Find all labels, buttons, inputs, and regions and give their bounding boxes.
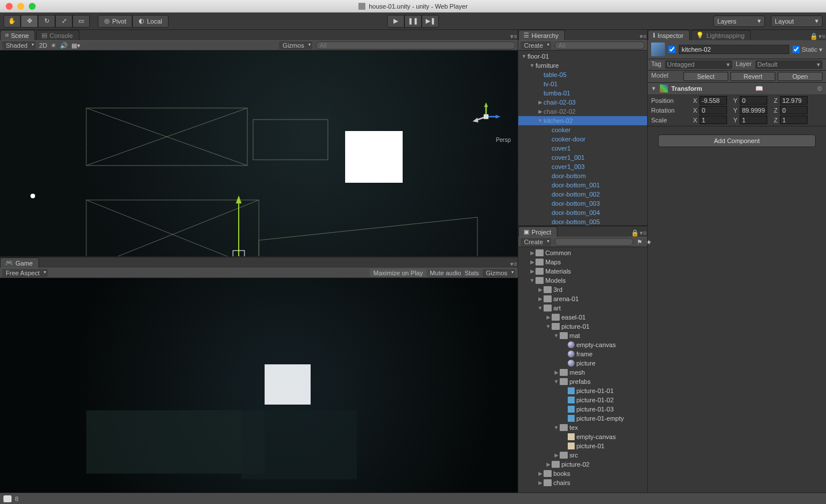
project-panel-menu[interactable]: ▾≡ [639, 229, 647, 237]
component-help-icon[interactable]: 📖 [755, 85, 763, 93]
rect-tool-button[interactable]: ▭ [72, 15, 90, 28]
add-component-button[interactable]: Add Component [658, 134, 816, 147]
audio-toggle-icon[interactable]: 🔊 [60, 42, 68, 49]
project-item[interactable]: frame [518, 349, 647, 359]
mute-audio-toggle[interactable]: Mute audio [430, 270, 461, 276]
model-revert-button[interactable]: Revert [731, 72, 775, 81]
hand-tool-button[interactable]: ✋ [3, 15, 21, 28]
hierarchy-item[interactable]: ▶chair-02-02 [518, 107, 647, 116]
tab-hierarchy[interactable]: ☰Hierarchy [518, 30, 565, 40]
pivot-rotation-button[interactable]: ◐Local [132, 15, 168, 28]
expand-arrow-icon[interactable]: ▼ [553, 379, 560, 384]
scene-viewport[interactable]: Persp [0, 51, 518, 257]
hierarchy-create-dropdown[interactable]: Create [521, 41, 551, 49]
expand-arrow-icon[interactable]: ▶ [529, 250, 536, 256]
project-item[interactable]: ▼mat [518, 331, 647, 340]
gameobject-name-field[interactable] [679, 45, 789, 54]
project-search-input[interactable] [555, 238, 633, 246]
chevron-down-icon[interactable]: ▾ [819, 46, 823, 53]
scene-panel-menu[interactable]: ▾≡ [510, 33, 518, 40]
expand-arrow-icon[interactable]: ▼ [529, 63, 536, 68]
expand-arrow-icon[interactable]: ▼ [529, 278, 536, 283]
expand-arrow-icon[interactable]: ▶ [529, 268, 536, 274]
expand-arrow-icon[interactable]: ▶ [537, 99, 544, 105]
project-item[interactable]: ▼Models [518, 276, 647, 285]
project-lock-icon[interactable]: 🔒 [631, 229, 639, 237]
expand-arrow-icon[interactable]: ▶ [537, 287, 544, 293]
inspector-lock-icon[interactable]: 🔒 [810, 33, 818, 40]
hierarchy-item[interactable]: table-05 [518, 70, 647, 79]
scale-z-field[interactable] [780, 116, 808, 124]
hierarchy-item[interactable]: door-bottom_005 [518, 217, 647, 225]
tab-scene[interactable]: ⌗Scene [0, 30, 35, 40]
hierarchy-item[interactable]: door-bottom_002 [518, 190, 647, 199]
hierarchy-item[interactable]: door-bottom [518, 171, 647, 180]
expand-arrow-icon[interactable]: ▶ [545, 314, 552, 320]
hierarchy-item[interactable]: door-bottom_004 [518, 208, 647, 217]
expand-arrow-icon[interactable]: ▶ [537, 480, 544, 486]
hierarchy-item[interactable]: tv-01 [518, 79, 647, 89]
layers-dropdown[interactable]: Layers▾ [713, 16, 765, 27]
position-x-field[interactable] [699, 96, 727, 105]
project-item[interactable]: picture-01-03 [518, 405, 647, 414]
tab-console[interactable]: ▤Console [36, 30, 79, 40]
hierarchy-item[interactable]: cooker [518, 125, 647, 134]
project-item[interactable]: ▶chairs [518, 478, 647, 487]
pause-button[interactable]: ❚❚ [404, 15, 422, 28]
expand-arrow-icon[interactable]: ▶ [545, 461, 552, 467]
rotation-z-field[interactable] [780, 106, 808, 114]
hierarchy-item[interactable]: ▼floor-01 [518, 52, 647, 61]
project-item[interactable]: picture-01-empty [518, 414, 647, 423]
project-item[interactable]: ▼tex [518, 423, 647, 432]
expand-arrow-icon[interactable]: ▶ [529, 259, 536, 265]
expand-arrow-icon[interactable]: ▶ [553, 370, 560, 375]
hierarchy-item[interactable]: cover1_001 [518, 153, 647, 162]
move-tool-button[interactable]: ✥ [21, 15, 38, 28]
position-z-field[interactable] [780, 96, 808, 105]
project-item[interactable]: ▶Common [518, 248, 647, 257]
project-item[interactable]: empty-canvas [518, 432, 647, 441]
close-window-button[interactable] [6, 3, 13, 10]
gameobject-active-checkbox[interactable] [668, 46, 675, 53]
console-message-icon[interactable] [3, 495, 12, 502]
hierarchy-item[interactable]: door-bottom_001 [518, 180, 647, 190]
project-item[interactable]: ▶src [518, 451, 647, 460]
project-item[interactable]: picture [518, 359, 647, 368]
scale-tool-button[interactable]: ⤢ [55, 15, 72, 28]
project-item[interactable]: ▶easel-01 [518, 313, 647, 322]
stats-toggle[interactable]: Stats [465, 270, 479, 276]
tab-game[interactable]: 🎮Game [0, 257, 39, 268]
project-tree[interactable]: ▶Common▶Maps▶Materials▼Models▶3rd▶arena-… [518, 247, 647, 493]
project-item[interactable]: picture-01-02 [518, 395, 647, 405]
rotation-y-field[interactable] [740, 106, 767, 114]
hierarchy-item[interactable]: door-bottom_003 [518, 199, 647, 208]
step-button[interactable]: ▶❚ [422, 15, 439, 28]
hierarchy-item[interactable]: ▼kitchen-02 [518, 116, 647, 125]
fx-toggle-icon[interactable]: ▦▾ [71, 42, 81, 49]
expand-arrow-icon[interactable]: ▼ [537, 305, 544, 311]
scale-x-field[interactable] [699, 116, 727, 124]
model-open-button[interactable]: Open [778, 72, 823, 81]
scene-search-input[interactable] [316, 41, 515, 49]
maximize-window-button[interactable] [29, 3, 36, 10]
component-gear-icon[interactable]: ⚙ [817, 85, 823, 93]
project-item[interactable]: ▼picture-01 [518, 322, 647, 331]
tab-inspector[interactable]: ℹInspector [648, 30, 690, 40]
pivot-center-button[interactable]: ◎Pivot [98, 15, 132, 28]
hierarchy-item[interactable]: ▼furniture [518, 61, 647, 70]
hierarchy-item[interactable]: tumba-01 [518, 89, 647, 98]
game-panel-menu[interactable]: ▾≡ [510, 260, 518, 268]
play-button[interactable]: ▶ [387, 15, 404, 28]
expand-arrow-icon[interactable]: ▼ [521, 53, 527, 59]
expand-arrow-icon[interactable]: ▼ [553, 425, 560, 430]
project-item[interactable]: picture-01-01 [518, 386, 647, 395]
position-y-field[interactable] [740, 96, 767, 105]
hierarchy-search-input[interactable] [555, 41, 645, 49]
project-item[interactable]: empty-canvas [518, 340, 647, 349]
gizmos-dropdown[interactable]: Gizmos [279, 41, 312, 49]
scale-y-field[interactable] [740, 116, 767, 124]
project-item[interactable]: ▼art [518, 303, 647, 313]
project-item[interactable]: ▶mesh [518, 368, 647, 377]
project-item[interactable]: ▶Materials [518, 267, 647, 276]
maximize-on-play-toggle[interactable]: Maximize on Play [370, 269, 426, 277]
